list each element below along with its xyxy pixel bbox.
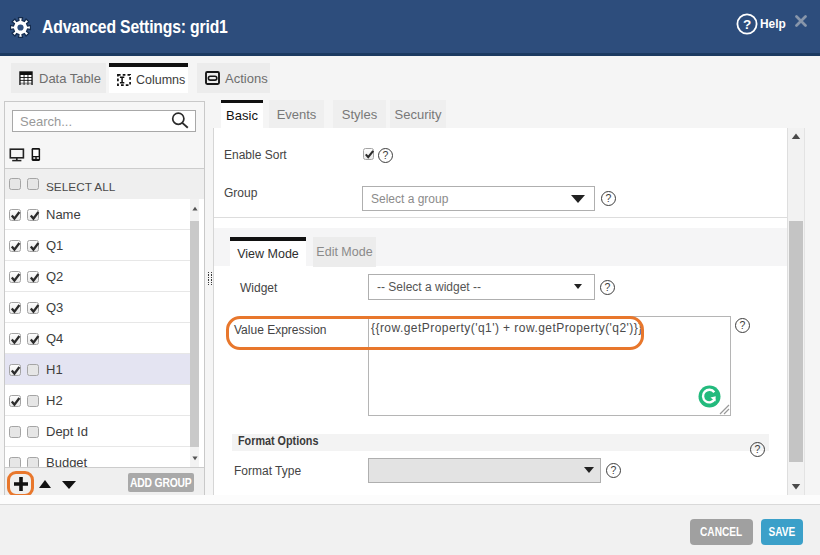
- svg-text:?: ?: [743, 17, 751, 32]
